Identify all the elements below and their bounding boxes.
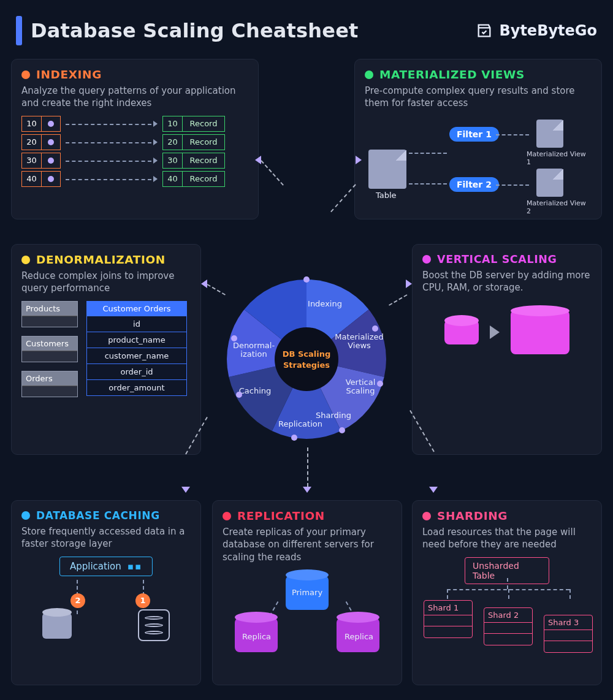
seg-denorm-l2: ization [240, 349, 267, 359]
panel-denorm-head: DENORMALIZATION [21, 253, 191, 266]
arrowhead-icon [429, 487, 438, 493]
dashed-line-icon [447, 589, 448, 599]
app-box: Application ▪▪ [59, 557, 153, 576]
connector-line [261, 160, 284, 185]
table-box-label: Orders [22, 371, 77, 386]
dashed-arrow-icon [409, 183, 447, 185]
dashed-arrow-icon [66, 116, 158, 132]
table-box: Customers [21, 336, 78, 362]
seg-vertical-l1: Vertical [346, 378, 376, 387]
seg-indexing: Indexing [308, 299, 342, 308]
dashed-line-icon [507, 578, 508, 589]
header: Database Scaling Cheatsheet ByteByteGo [11, 12, 602, 56]
page-title: Database Scaling Cheatsheet [31, 19, 359, 42]
svg-point-6 [236, 392, 242, 398]
brand: ByteByteGo [476, 22, 597, 39]
panel-vscaling-head: VERTICAL SCALING [422, 253, 592, 265]
replica-label: Replica [242, 632, 271, 641]
dashed-arrow-icon [66, 134, 158, 150]
panel-vscaling-desc: Boost the DB server by adding more CPU, … [422, 269, 592, 294]
table-box-label: Products [22, 302, 77, 316]
panel-sharding-title: SHARDING [437, 509, 508, 522]
panel-indexing: INDEXING Analyze the query patterns of y… [11, 59, 259, 219]
arrow-right-icon [490, 325, 500, 339]
app-box-label: Application [70, 561, 121, 572]
idx-right-val: Record [182, 171, 225, 187]
cache-stack-icon [138, 609, 170, 641]
panel-indexing-title: INDEXING [36, 68, 102, 81]
panel-denorm: DENORMALIZATION Reduce complex joins to … [11, 244, 201, 455]
file-icon [536, 120, 563, 148]
app-dots-icon: ▪▪ [128, 561, 142, 572]
panel-mat-views-title: MATERIALIZED VIEWS [379, 68, 525, 81]
panel-caching-desc: Store frequently accessed data in a fast… [21, 525, 191, 550]
svg-point-5 [291, 435, 297, 441]
table-box: Products [21, 301, 78, 327]
svg-point-3 [377, 381, 383, 387]
indexing-left-table: 10 20 30 40 [21, 116, 61, 187]
sharding-illustration: Unsharded Table Shard 1 Shard 2 Shard 3 [422, 557, 592, 649]
mv-output-label: Materialized View 1 [527, 150, 592, 166]
idx-left-cell: 10 [21, 116, 41, 132]
shard-box: Shard 3 [544, 615, 593, 653]
dashed-arrow-icon [496, 134, 529, 135]
primary-label: Primary [292, 588, 322, 597]
dot-icon [21, 511, 30, 520]
dot-icon [422, 512, 431, 520]
table-box: Orders [21, 371, 78, 397]
panel-mat-views-head: MATERIALIZED VIEWS [365, 68, 592, 81]
pointer-icon [41, 116, 61, 132]
mv-output-label: Materialized View 2 [527, 199, 592, 215]
idx-right-val: Record [182, 116, 225, 132]
idx-left-cell: 40 [21, 171, 41, 187]
connector-line [330, 184, 356, 212]
dashed-line-icon [508, 589, 509, 599]
dashed-arrow-icon [66, 171, 158, 187]
seg-sharding: Sharding [316, 411, 351, 420]
title-accent-bar [16, 16, 22, 45]
panel-replication-head: REPLICATION [223, 509, 392, 522]
denorm-table-header: Customer Orders [87, 302, 186, 316]
seg-replication: Replication [278, 419, 322, 428]
file-icon [368, 150, 406, 189]
pointer-icon [41, 153, 61, 169]
panel-caching: DATABASE CACHING Store frequently access… [11, 500, 201, 685]
dot-icon [223, 512, 231, 520]
dot-icon [422, 255, 431, 264]
panel-indexing-head: INDEXING [21, 68, 248, 81]
indexing-arrows [66, 116, 158, 187]
arrowhead-icon [303, 487, 311, 493]
panel-indexing-desc: Analyze the query patterns of your appli… [21, 85, 248, 110]
panel-mat-views-desc: Pre-compute complex query results and st… [365, 85, 592, 110]
vscaling-illustration [422, 310, 592, 354]
step-badge: 2 [70, 593, 85, 608]
arrowhead-icon [356, 156, 362, 164]
panel-caching-head: DATABASE CACHING [21, 509, 191, 522]
dashed-arrow-icon [409, 153, 447, 154]
panel-replication-desc: Create replicas of your primary database… [223, 526, 392, 563]
dashed-line-icon [569, 589, 571, 599]
seg-matviews-l1: Materialized [335, 332, 384, 341]
dot-icon [365, 70, 373, 79]
table-row: order_amount [87, 379, 186, 395]
indexing-illustration: 10 20 30 40 10Record 20Record 30Record 4… [21, 116, 248, 187]
arrowhead-icon [201, 280, 207, 288]
panel-denorm-desc: Reduce complex joins to improve query pe… [21, 270, 191, 295]
shard-box: Shard 1 [424, 600, 473, 638]
svg-point-0 [275, 327, 338, 391]
table-row: customer_name [87, 348, 186, 363]
panel-replication-title: REPLICATION [237, 509, 325, 522]
hub-line1: DB Scaling [283, 349, 331, 359]
panel-caching-title: DATABASE CACHING [36, 509, 160, 522]
dot-icon [21, 256, 30, 264]
arrowhead-icon [255, 156, 261, 164]
strategies-wheel: DB Scaling Strategies Indexing Materiali… [221, 273, 392, 445]
table-row: product_name [87, 332, 186, 348]
connector-line [307, 447, 308, 487]
table-row: order_id [87, 363, 186, 379]
panel-vscaling-title: VERTICAL SCALING [437, 253, 557, 265]
idx-right-val: Record [182, 153, 225, 169]
caching-illustration: Application ▪▪ 2 1 [21, 557, 191, 642]
shard-label: Shard 1 [424, 601, 472, 615]
svg-point-4 [339, 427, 345, 433]
